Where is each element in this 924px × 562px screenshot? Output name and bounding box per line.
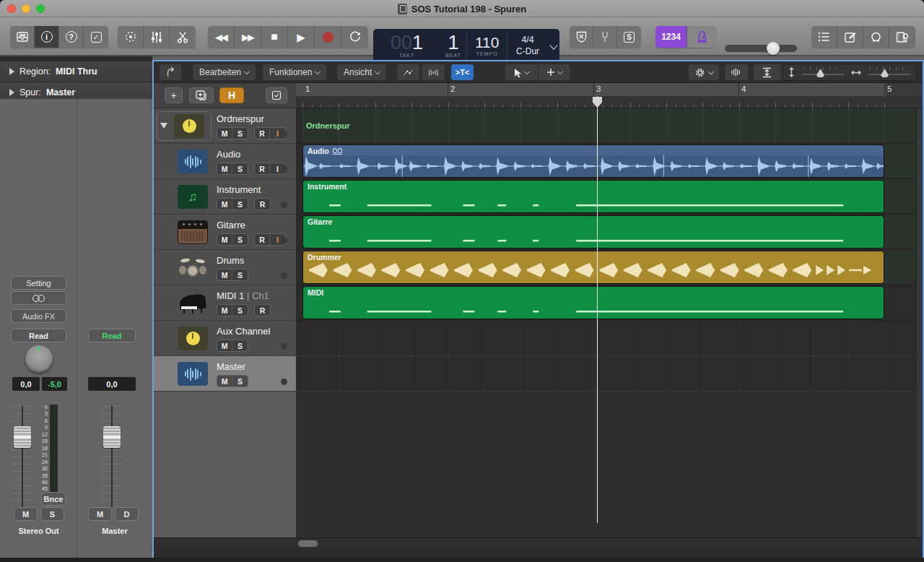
inspector-button[interactable]: i	[35, 26, 59, 48]
mute-button-left[interactable]: M	[14, 507, 38, 521]
volume-fader-left[interactable]	[12, 406, 33, 507]
channel-format-button[interactable]	[11, 291, 66, 305]
channel-setting-button[interactable]: Setting	[11, 276, 66, 290]
tuner-button[interactable]	[593, 26, 617, 48]
region-midi[interactable]: MIDI	[302, 286, 884, 319]
track-row-aux[interactable]: Aux Channel MS	[154, 321, 296, 356]
metronome-button[interactable]	[687, 26, 716, 48]
master-volume-slider[interactable]	[725, 45, 797, 52]
note-pads-button[interactable]	[837, 26, 863, 48]
lcd-menu[interactable]	[548, 29, 559, 62]
mixer-button[interactable]	[144, 26, 170, 48]
bar-ruler[interactable]: 1 2 3 4 5	[296, 83, 923, 96]
pan-value[interactable]: 0,0	[12, 377, 40, 391]
vertical-auto-zoom-button[interactable]	[754, 64, 780, 80]
track-row-gitarre[interactable]: Gitarre MS RI	[154, 215, 296, 250]
track-row-drums[interactable]: Drums MS	[154, 250, 296, 285]
rewind-button[interactable]: ◀◀	[208, 26, 235, 48]
no-overlap-button[interactable]	[570, 26, 593, 48]
folder-region-label[interactable]: Ordnerspur	[306, 121, 350, 130]
record-button[interactable]: R	[254, 304, 271, 316]
track-row-master[interactable]: Master MS	[154, 356, 296, 392]
loop-browser-button[interactable]	[863, 26, 889, 48]
playhead[interactable]	[597, 96, 598, 523]
region-audio[interactable]: Audio	[302, 144, 884, 178]
record-button[interactable]	[315, 26, 341, 48]
horizontal-zoom-slider[interactable]	[868, 67, 910, 77]
region-drummer[interactable]: Drummer	[302, 251, 884, 284]
region-settings-menu[interactable]	[689, 64, 719, 80]
cut-button[interactable]	[170, 26, 196, 48]
mute-button-right[interactable]: M	[88, 507, 112, 521]
catch-playhead-button[interactable]	[160, 64, 181, 80]
mute-solo-buttons[interactable]: MS	[217, 304, 248, 316]
add-track-button[interactable]: +	[165, 87, 183, 103]
flex-button[interactable]	[422, 64, 445, 80]
track-row-instrument[interactable]: ♫ Instrument MS R	[154, 179, 296, 215]
quick-help-button[interactable]: ?	[59, 26, 84, 48]
bounce-button[interactable]: Bnce	[41, 492, 66, 506]
vertical-scrollbar[interactable]	[916, 108, 922, 548]
mute-solo-buttons[interactable]: MS	[217, 127, 248, 139]
toolbar-config-button[interactable]: ✓	[84, 26, 108, 48]
vertical-zoom-slider[interactable]	[802, 67, 844, 77]
lcd-bar-label: TAKT	[399, 53, 414, 58]
fader-thumb[interactable]	[14, 426, 31, 448]
solo-button-left[interactable]: S	[40, 507, 64, 521]
track-row-ordnerspur[interactable]: Ordnerspur MS RI	[154, 108, 296, 144]
disclosure-open-icon[interactable]	[160, 123, 167, 129]
track-row-midi1[interactable]: MIDI 1 | Ch1 MS R	[154, 285, 296, 321]
hide-tracks-button[interactable]: H	[219, 87, 244, 103]
pan-knob[interactable]	[25, 345, 53, 373]
mute-solo-buttons[interactable]: MS	[217, 198, 248, 210]
left-click-tool-menu[interactable]	[505, 64, 539, 80]
menu-ansicht[interactable]: Ansicht	[337, 64, 386, 80]
smart-controls-button[interactable]	[118, 26, 144, 48]
volume-value-right[interactable]: 0,0	[88, 377, 136, 391]
dim-button-right[interactable]: D	[115, 507, 139, 521]
level-meter	[50, 405, 58, 506]
stop-button[interactable]: ■	[261, 26, 288, 48]
track-row-audio[interactable]: Audio MS RI	[154, 144, 296, 179]
cycle-button[interactable]	[341, 26, 368, 48]
audio-fx-slot[interactable]: Audio FX	[11, 309, 66, 323]
waveform-zoom-button[interactable]	[725, 64, 748, 80]
lcd-display[interactable]: 001 TAKT 1 BEAT 110 TEMPO 4/4 C-Dur	[373, 29, 559, 62]
mute-solo-buttons[interactable]: MS	[217, 375, 248, 387]
menu-bearbeiten[interactable]: Bearbeiten	[193, 64, 256, 80]
volume-fader-right[interactable]	[101, 406, 123, 507]
scale-label: 45	[38, 486, 48, 492]
beat-ruler[interactable]	[296, 96, 923, 108]
volume-slider-thumb[interactable]	[767, 42, 780, 55]
media-browser-button[interactable]	[889, 26, 915, 48]
automation-mode-right[interactable]: Read	[88, 329, 136, 342]
inspector-panel: Region: MIDI Thru Spur: Master Setting A…	[0, 56, 152, 558]
forward-button[interactable]: ▶▶	[235, 26, 261, 48]
horizontal-scrollbar[interactable]	[154, 537, 923, 548]
fader-thumb[interactable]	[103, 426, 121, 448]
automation-button[interactable]	[397, 64, 419, 80]
play-button[interactable]: ▶	[288, 26, 315, 48]
region-gitarre[interactable]: Gitarre	[302, 215, 884, 248]
automation-mode-left[interactable]: Read	[11, 329, 66, 342]
mute-solo-buttons[interactable]: MS	[217, 269, 248, 281]
record-button[interactable]: R	[254, 198, 271, 210]
mute-solo-buttons[interactable]: MS	[217, 233, 248, 246]
command-click-tool-menu[interactable]	[539, 64, 570, 80]
menu-funktionen[interactable]: Funktionen	[263, 64, 326, 80]
solo-safe-button[interactable]: S	[617, 26, 641, 48]
horizontal-scrollbar-thumb[interactable]	[298, 540, 318, 547]
region-instrument[interactable]: Instrument	[302, 180, 884, 213]
lcd-signature: 4/4	[521, 35, 533, 45]
library-button[interactable]	[10, 26, 35, 48]
mute-solo-buttons[interactable]: MS	[217, 340, 248, 352]
track-header-config-button[interactable]	[266, 87, 287, 103]
count-in-button[interactable]: 1234	[655, 26, 687, 48]
snap-button[interactable]: >T<	[451, 64, 474, 80]
volume-value-left[interactable]: -5,0	[42, 377, 67, 391]
mute-solo-buttons[interactable]: MS	[217, 163, 248, 175]
region-inspector-header[interactable]: Region: MIDI Thru	[0, 61, 152, 82]
duplicate-track-button[interactable]	[189, 87, 214, 103]
list-editors-button[interactable]	[811, 26, 837, 48]
logic-window: SOS Tutorial 198 - Spuren i ? ✓	[0, 0, 924, 562]
